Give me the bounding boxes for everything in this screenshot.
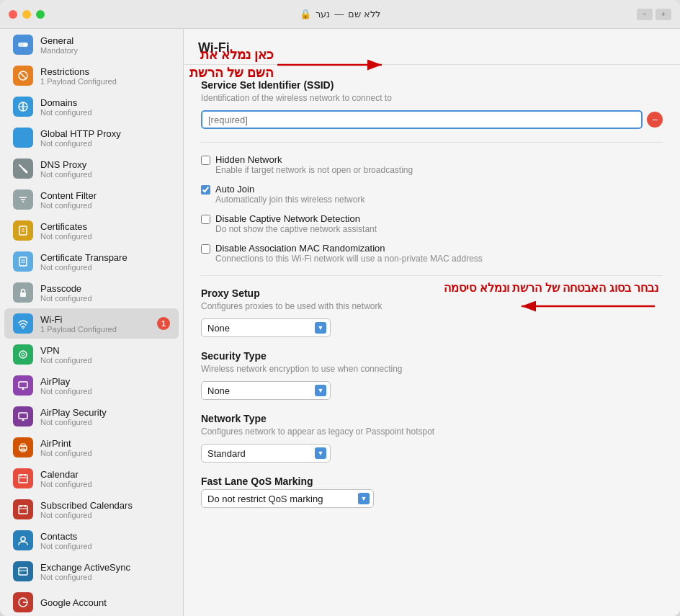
fast-lane-select[interactable]: Do not restrict QoS marking	[201, 489, 374, 508]
sidebar-subtitle-airplay-security: Not configured	[40, 418, 170, 427]
ssid-label: Service Set Identifier (SSID)	[201, 79, 663, 91]
sidebar-title-google-account: Google Account	[40, 597, 170, 608]
main-body: Service Set Identifier (SSID) Identifica…	[184, 65, 680, 616]
sidebar-subtitle-airplay: Not configured	[40, 387, 170, 396]
ssid-desc: Identification of the wireless network t…	[201, 93, 663, 103]
sidebar-icon-content-filter	[13, 189, 33, 210]
sidebar-text-global-http-proxy: Global HTTP Proxy Not configured	[40, 128, 170, 148]
svg-point-33	[21, 537, 25, 541]
sidebar-item-subscribed-calendars[interactable]: Subscribed Calendars Not configured	[4, 494, 179, 525]
sidebar-icon-domains	[13, 97, 33, 117]
sidebar-subtitle-dns-proxy: Not configured	[40, 170, 170, 179]
sidebar-text-vpn: VPN Not configured	[40, 345, 170, 365]
sidebar-item-certificates[interactable]: Certificates Not configured	[4, 215, 179, 246]
sidebar-item-passcode[interactable]: Passcode Not configured	[4, 277, 179, 308]
page-title: Wi-Fi	[198, 40, 230, 55]
sidebar-icon-certificate-transpare	[13, 251, 33, 272]
ssid-input[interactable]	[201, 110, 643, 129]
sidebar-title-content-filter: Content Filter	[40, 190, 170, 201]
sidebar-title-certificate-transpare: Certificate Transpare	[40, 252, 170, 263]
fast-lane-group: Fast Lane QoS Marking Do not restrict Qo…	[201, 476, 663, 508]
sidebar-subtitle-restrictions: 1 Payload Configured	[40, 77, 170, 86]
ssid-remove-button[interactable]: −	[647, 112, 663, 128]
disable-captive-checkbox[interactable]	[201, 215, 210, 224]
sidebar-icon-airplay	[13, 375, 33, 396]
network-type-group: Network Type Configures network to appea…	[201, 413, 663, 463]
svg-rect-20	[19, 382, 27, 388]
disable-mac-row: Disable Association MAC Randomization Co…	[201, 243, 663, 264]
disable-mac-checkbox[interactable]	[201, 244, 210, 254]
sidebar: General Mandatory Restrictions 1 Payload…	[0, 29, 184, 616]
sidebar-icon-passcode	[13, 282, 33, 303]
collapse-button[interactable]: −	[637, 9, 653, 20]
titlebar: 🔒 נער — ללא שם − +	[0, 0, 680, 29]
sidebar-icon-airprint	[13, 437, 33, 457]
sidebar-item-restrictions[interactable]: Restrictions 1 Payload Configured	[4, 61, 179, 91]
svg-rect-21	[19, 413, 27, 419]
titlebar-dash: —	[334, 9, 344, 19]
sidebar-icon-global-http-proxy	[13, 128, 33, 148]
window-subtitle: נער	[316, 9, 330, 19]
sidebar-item-google-account[interactable]: Google Account	[4, 587, 179, 616]
sidebar-item-exchange-activesync[interactable]: Exchange ActiveSync Not configured	[4, 556, 179, 586]
minimize-button[interactable]	[22, 10, 31, 19]
sidebar-text-calendar: Calendar Not configured	[40, 469, 170, 488]
svg-rect-14	[19, 257, 27, 266]
sidebar-title-vpn: VPN	[40, 345, 170, 356]
ssid-input-wrapper: −	[201, 110, 663, 129]
sidebar-text-contacts: Contacts Not configured	[40, 531, 170, 550]
sidebar-item-domains[interactable]: Domains Not configured	[4, 91, 179, 122]
sidebar-text-passcode: Passcode Not configured	[40, 283, 170, 303]
sidebar-subtitle-domains: Not configured	[40, 108, 170, 117]
proxy-setup-label: Proxy Setup	[201, 287, 663, 299]
svg-rect-17	[20, 293, 26, 297]
sidebar-item-airplay[interactable]: AirPlay Not configured	[4, 370, 179, 401]
sidebar-item-general[interactable]: General Mandatory	[4, 30, 179, 60]
sidebar-item-dns-proxy[interactable]: DNS Proxy Not configured	[4, 153, 179, 184]
sidebar-item-airplay-security[interactable]: AirPlay Security Not configured	[4, 401, 179, 432]
security-type-select[interactable]: None	[201, 381, 331, 400]
sidebar-icon-google-account	[13, 592, 33, 612]
security-type-desc: Wireless network encryption to use when …	[201, 364, 663, 374]
sidebar-title-domains: Domains	[40, 97, 170, 108]
sidebar-text-dns-proxy: DNS Proxy Not configured	[40, 159, 170, 179]
network-type-select[interactable]: Standard	[201, 444, 331, 463]
sidebar-item-global-http-proxy[interactable]: Global HTTP Proxy Not configured	[4, 122, 179, 153]
sidebar-title-airprint: AirPrint	[40, 438, 170, 449]
traffic-lights	[9, 10, 45, 19]
expand-button[interactable]: +	[656, 9, 671, 20]
divider-2	[201, 275, 663, 276]
sidebar-text-airplay: AirPlay Not configured	[40, 376, 170, 396]
sidebar-badge-wifi: 1	[157, 317, 170, 330]
auto-join-row: Auto Join Automatically join this wirele…	[201, 184, 663, 205]
disable-captive-label: Disable Captive Network Detection	[215, 213, 377, 224]
network-type-select-wrapper: Standard ▼	[201, 444, 331, 463]
sidebar-item-certificate-transpare[interactable]: Certificate Transpare Not configured	[4, 246, 179, 277]
sidebar-item-wifi[interactable]: Wi-Fi 1 Payload Configured 1	[4, 308, 179, 339]
sidebar-text-airprint: AirPrint Not configured	[40, 438, 170, 457]
sidebar-item-contacts[interactable]: Contacts Not configured	[4, 525, 179, 555]
proxy-setup-select[interactable]: None	[201, 318, 331, 337]
svg-line-7	[24, 169, 27, 172]
sidebar-title-general: General	[40, 35, 170, 46]
sidebar-subtitle-passcode: Not configured	[40, 294, 170, 303]
auto-join-checkbox[interactable]	[201, 185, 210, 195]
hidden-network-desc: Enable if target network is not open or …	[215, 165, 413, 175]
sidebar-title-airplay-security: AirPlay Security	[40, 407, 170, 418]
security-type-label: Security Type	[201, 350, 663, 362]
hidden-network-checkbox[interactable]	[201, 156, 210, 165]
close-button[interactable]	[9, 10, 17, 19]
sidebar-item-vpn[interactable]: VPN Not configured	[4, 339, 179, 370]
sidebar-item-airprint[interactable]: AirPrint Not configured	[4, 432, 179, 463]
auto-join-desc: Automatically join this wireless network	[215, 195, 364, 205]
sidebar-icon-exchange-activesync	[13, 561, 33, 581]
sidebar-text-airplay-security: AirPlay Security Not configured	[40, 407, 170, 427]
sidebar-text-certificate-transpare: Certificate Transpare Not configured	[40, 252, 170, 272]
maximize-button[interactable]	[36, 10, 45, 19]
sidebar-item-content-filter[interactable]: Content Filter Not configured	[4, 184, 179, 215]
sidebar-icon-general	[13, 35, 33, 55]
sidebar-icon-subscribed-calendars	[13, 499, 33, 519]
sidebar-item-calendar[interactable]: Calendar Not configured	[4, 463, 179, 494]
sidebar-subtitle-airprint: Not configured	[40, 449, 170, 457]
sidebar-title-wifi: Wi-Fi	[40, 314, 150, 325]
